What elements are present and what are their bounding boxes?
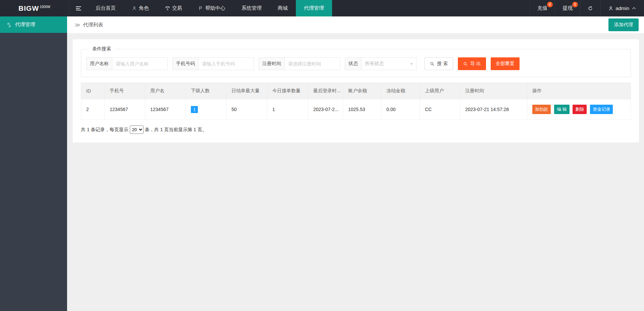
nav-item-system[interactable]: 系统管理: [233, 0, 270, 16]
link-icon: [7, 22, 12, 28]
username-field-group: 用户名称: [86, 57, 168, 70]
username-field-label: 用户名称: [86, 57, 112, 70]
col-actions: 操作: [527, 83, 631, 99]
body-shell: 代理管理 ≫ 代理列表 添加代理 条件搜索: [0, 16, 644, 311]
panel: 条件搜索 用户名称 手机号码 注册时间: [73, 39, 639, 143]
flag-icon: [198, 6, 203, 11]
reset-all-button[interactable]: 全部重置: [491, 57, 520, 70]
delete-button[interactable]: 删除: [573, 105, 587, 114]
withdraw-button[interactable]: 提现 0: [555, 0, 580, 16]
fund-records-button[interactable]: 资金记录: [590, 105, 613, 114]
double-chevron-right-icon: ≫: [74, 21, 80, 29]
status-field-group: 状态 所有状态 ▼: [345, 57, 417, 70]
status-field-label: 状态: [345, 57, 362, 70]
cell-id: 2: [81, 99, 105, 120]
recharge-button[interactable]: 充值 0: [530, 0, 555, 16]
col-balance: 账户余额: [343, 83, 381, 99]
cell-subordinates: 1: [186, 99, 226, 120]
nav-item-roles[interactable]: 角色: [124, 0, 157, 16]
agents-table: ID 手机号 用户名 下级人数 日结单最大量 今日接单数量 最后登录时... 账…: [81, 83, 631, 120]
chevron-down-icon: ▼: [410, 62, 413, 66]
cell-parent-user: CC: [420, 99, 460, 120]
logo[interactable]: BIGW1000W: [0, 0, 69, 16]
top-navbar: BIGW1000W 后台首页 角色 交易 帮助中心 系统管理: [0, 0, 644, 16]
logo-superscript: 1000W: [40, 5, 50, 9]
search-icon: [430, 61, 435, 66]
breadcrumb-bar: ≫ 代理列表 添加代理: [67, 16, 644, 33]
add-agent-button[interactable]: 添加代理: [608, 18, 639, 31]
col-subordinates: 下级人数: [186, 83, 226, 99]
subordinates-count-badge[interactable]: 1: [191, 106, 198, 113]
nav-item-dashboard[interactable]: 后台首页: [88, 0, 124, 16]
register-time-input[interactable]: [285, 57, 340, 70]
search-icon: [463, 61, 468, 66]
search-button[interactable]: 搜 索: [424, 57, 453, 70]
cell-frozen: 0.00: [381, 99, 420, 120]
col-username: 用户名: [145, 83, 186, 99]
app-window: BIGW1000W 后台首页 角色 交易 帮助中心 系统管理: [0, 0, 644, 311]
register-time-field-group: 注册时间: [259, 57, 340, 70]
nav-item-help-center[interactable]: 帮助中心: [190, 0, 233, 16]
col-id: ID: [81, 83, 105, 99]
person-icon: [132, 6, 137, 11]
search-form: 用户名称 手机号码 注册时间: [86, 57, 626, 70]
cell-username: 1234567: [145, 99, 186, 120]
scales-icon: [165, 6, 170, 11]
sidebar-item-agent-management[interactable]: 代理管理: [0, 16, 67, 33]
cell-today-orders: 1: [267, 99, 308, 120]
search-panel: 条件搜索 用户名称 手机号码 注册时间: [81, 46, 631, 77]
phone-field-label: 手机号码: [172, 57, 199, 70]
status-select-value: 所有状态: [365, 61, 384, 67]
export-button[interactable]: 导 出: [458, 57, 486, 70]
col-phone: 手机号: [105, 83, 145, 99]
edit-button[interactable]: 编 辑: [554, 105, 570, 114]
nav-item-mall[interactable]: 商城: [270, 0, 296, 16]
content-area: 条件搜索 用户名称 手机号码 注册时间: [67, 33, 644, 311]
navbar-right: 充值 0 提现 0 admin: [530, 0, 644, 16]
pagination: 共 1 条记录，每页显示 20 条，共 1 页当前显示第 1 页。: [81, 125, 631, 134]
table-header-row: ID 手机号 用户名 下级人数 日结单最大量 今日接单数量 最后登录时... 账…: [81, 83, 631, 99]
search-legend: 条件搜索: [89, 46, 114, 52]
refresh-icon: [588, 6, 593, 11]
nav-item-trade[interactable]: 交易: [157, 0, 190, 16]
col-frozen: 冻结金额: [381, 83, 420, 99]
pagination-text-after: 条，共 1 页当前显示第 1 页。: [145, 127, 207, 133]
phone-field-group: 手机号码: [172, 57, 254, 70]
chevron-up-icon: [631, 6, 637, 11]
main-menu: 后台首页 角色 交易 帮助中心 系统管理 商城 代理管理: [88, 0, 332, 16]
col-last-login: 最后登录时...: [308, 83, 343, 99]
add-deduct-button[interactable]: 加扣款: [532, 105, 551, 114]
refresh-button[interactable]: [580, 0, 600, 16]
withdraw-badge: 0: [572, 2, 578, 7]
cell-last-login: 2023-07-2...: [308, 99, 343, 120]
logo-text: BIGW: [18, 4, 39, 12]
cell-register-time: 2023-07-21 14:57:28: [460, 99, 527, 120]
cell-daily-max: 50: [226, 99, 267, 120]
col-parent-user: 上级用户: [420, 83, 460, 99]
cell-phone: 1234567: [105, 99, 145, 120]
user-menu[interactable]: admin: [600, 0, 644, 16]
sidebar: 代理管理: [0, 16, 67, 311]
register-time-field-label: 注册时间: [259, 57, 285, 70]
page-title: 代理列表: [83, 22, 103, 28]
cell-balance: 1025.53: [343, 99, 381, 120]
main-content: ≫ 代理列表 添加代理 条件搜索 用户名称: [67, 16, 644, 311]
sidebar-toggle-button[interactable]: [69, 0, 88, 16]
page-size-select[interactable]: 20: [130, 125, 144, 134]
status-select[interactable]: 所有状态 ▼: [362, 57, 417, 70]
col-daily-max: 日结单最大量: [226, 83, 267, 99]
person-icon: [608, 6, 613, 11]
col-register-time: 注册时间: [460, 83, 527, 99]
table-row: 2 1234567 1234567 1 50 1 2023-07-2... 10…: [81, 99, 631, 120]
username: admin: [615, 5, 629, 11]
phone-input[interactable]: [199, 57, 254, 70]
username-input[interactable]: [112, 57, 168, 70]
pagination-text-before: 共 1 条记录，每页显示: [81, 127, 128, 133]
breadcrumb: ≫ 代理列表: [74, 21, 103, 29]
col-today-orders: 今日接单数量: [267, 83, 308, 99]
hamburger-icon: [76, 5, 81, 11]
recharge-badge: 0: [547, 2, 553, 7]
cell-actions: 加扣款 编 辑 删除 资金记录: [527, 99, 631, 120]
nav-item-agent-management[interactable]: 代理管理: [296, 0, 332, 16]
